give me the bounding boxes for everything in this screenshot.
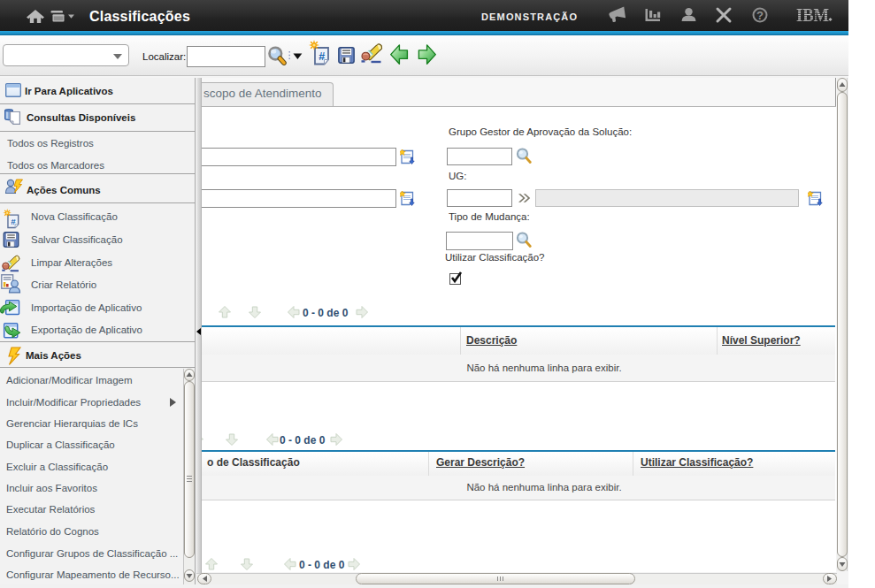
svg-text:#: # (11, 217, 16, 226)
svg-text:?: ? (756, 9, 764, 22)
svg-text:#: # (319, 50, 325, 63)
